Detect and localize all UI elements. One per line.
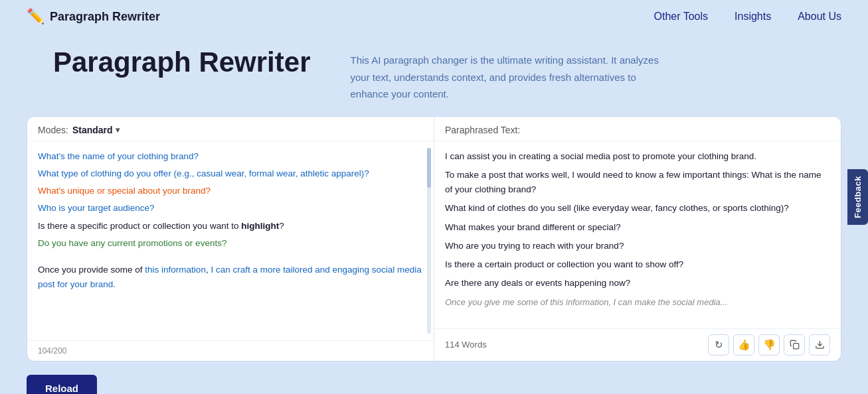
- nav-links: Other Tools Insights About Us: [654, 11, 841, 23]
- scrollbar-thumb[interactable]: [427, 148, 431, 188]
- paraphrased-label: Paraphrased Text:: [434, 117, 841, 141]
- input-line-3: What's unique or special about your bran…: [38, 184, 423, 198]
- input-line-2: What type of clothing do you offer (e.g.…: [38, 166, 423, 181]
- input-line-5: Is there a specific product or collectio…: [38, 219, 423, 233]
- reload-wrap: Reload: [0, 375, 868, 395]
- thumbs-up-button[interactable]: 👍: [733, 334, 754, 356]
- nav-other-tools[interactable]: Other Tools: [654, 11, 709, 23]
- output-text-area: I can assist you in creating a social me…: [434, 141, 841, 328]
- pencil-icon: ✏️: [27, 8, 44, 25]
- navbar: ✏️ Paragraph Rewriter Other Tools Insigh…: [0, 0, 868, 33]
- word-count: 114 Words: [445, 340, 487, 350]
- scrollbar-track[interactable]: [427, 148, 431, 334]
- nav-insights[interactable]: Insights: [735, 11, 771, 23]
- feedback-tab-container: Feedback: [847, 169, 868, 225]
- output-line-4: What makes your brand different or speci…: [445, 220, 830, 235]
- mode-value: Standard: [72, 125, 113, 135]
- brand-name: Paragraph Rewriter: [50, 10, 160, 24]
- output-line-1: I can assist you in creating a social me…: [445, 149, 830, 164]
- nav-about-us[interactable]: About Us: [798, 11, 841, 23]
- modes-label: Modes:: [38, 125, 68, 135]
- hero-description: This AI paragraph changer is the ultimat…: [350, 46, 669, 103]
- copy-button[interactable]: [784, 334, 805, 356]
- thumbs-down-button[interactable]: 👎: [758, 334, 780, 356]
- output-actions: ↻ 👍 👎: [708, 334, 830, 356]
- output-line-3: What kind of clothes do you sell (like e…: [445, 201, 830, 216]
- output-line-2: To make a post that works well, I would …: [445, 168, 830, 198]
- modes-bar: Modes: Standard ▾: [27, 117, 434, 141]
- input-line-4: Who is your target audience?: [38, 201, 423, 216]
- brand: ✏️ Paragraph Rewriter: [27, 8, 160, 25]
- input-line-1: What's the name of your clothing brand?: [38, 149, 423, 164]
- hero-section: Paragraph Rewriter This AI paragraph cha…: [0, 33, 868, 109]
- chevron-down-icon: ▾: [116, 125, 120, 135]
- page-title: Paragraph Rewriter: [53, 46, 310, 78]
- refresh-button[interactable]: ↻: [708, 334, 729, 356]
- output-line-6: Is there a certain product or collection…: [445, 257, 830, 272]
- input-text-area[interactable]: What's the name of your clothing brand? …: [27, 141, 434, 340]
- char-count: 104/200: [27, 340, 434, 361]
- output-line-5: Who are you trying to reach with your br…: [445, 239, 830, 253]
- output-footer: 114 Words ↻ 👍 👎: [434, 328, 841, 361]
- output-panel: Paraphrased Text: I can assist you in cr…: [434, 117, 841, 361]
- mode-selector[interactable]: Standard ▾: [72, 125, 120, 135]
- feedback-tab[interactable]: Feedback: [847, 169, 868, 225]
- output-line-7: Are there any deals or events happening …: [445, 276, 830, 291]
- reload-button[interactable]: Reload: [27, 375, 97, 395]
- download-button[interactable]: [809, 334, 830, 356]
- tool-container: Modes: Standard ▾ What's the name of you…: [27, 116, 841, 361]
- output-line-8: Once you give me some of this informatio…: [445, 295, 830, 309]
- input-line-6: Do you have any current promotions or ev…: [38, 236, 423, 251]
- input-continuation: Once you provide some of this informatio…: [38, 263, 423, 293]
- svg-rect-0: [793, 344, 798, 349]
- input-panel: Modes: Standard ▾ What's the name of you…: [27, 117, 434, 361]
